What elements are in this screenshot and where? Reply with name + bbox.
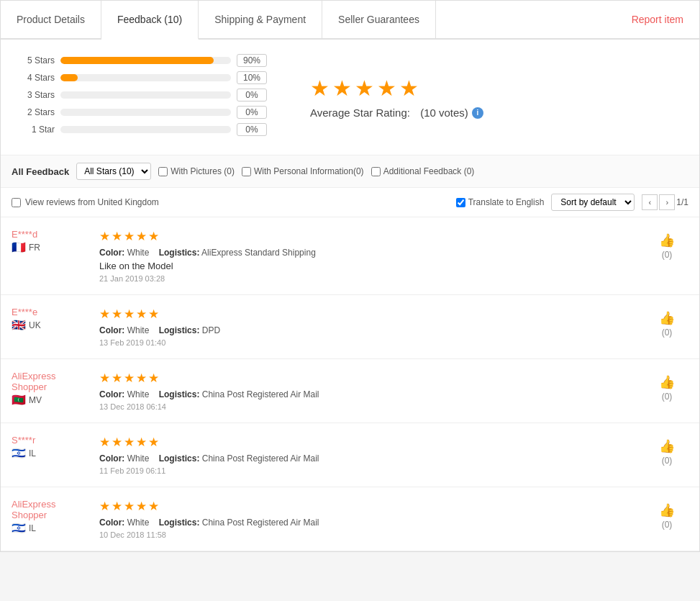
review-date: 10 Dec 2018 11:58 [99, 530, 637, 539]
thumbs-up-icon[interactable]: 👍 [659, 374, 675, 390]
country-row: 🇮🇱 IL [12, 523, 91, 533]
with-pictures-filter[interactable]: With Pictures (0) [158, 166, 235, 176]
review-content: ★★★★★ Color: White Logistics: DPD 13 Feb… [99, 307, 637, 347]
review-star: ★ [99, 371, 110, 386]
review-star: ★ [112, 435, 122, 450]
thumbs-up-icon[interactable]: 👍 [659, 502, 675, 518]
view-uk-checkbox[interactable] [12, 198, 21, 207]
logistics-value: AliExpress Standard Shipping [201, 248, 316, 258]
review-star: ★ [99, 435, 110, 450]
review-stars: ★★★★★ [99, 435, 637, 450]
prev-page-button[interactable]: ‹ [642, 194, 658, 210]
review-star: ★ [148, 371, 159, 386]
next-page-button[interactable]: › [659, 194, 675, 210]
thumbs-up-icon[interactable]: 👍 [659, 232, 675, 248]
like-area: 👍 (0) [645, 371, 688, 402]
flag-icon: 🇮🇱 [12, 523, 26, 533]
reviews-list: E****d 🇫🇷 FR ★★★★★ Color: White Logistic… [1, 217, 699, 551]
logistics-value: China Post Registered Air Mail [202, 389, 319, 399]
tab-product-details[interactable]: Product Details [1, 1, 101, 38]
country-code: IL [29, 523, 36, 533]
thumbs-up-icon[interactable]: 👍 [659, 310, 675, 326]
translate-checkbox[interactable] [456, 198, 465, 207]
star-label-4: 2 Stars [22, 107, 55, 117]
additional-filter[interactable]: Additional Feedback (0) [371, 166, 475, 176]
review-star: ★ [124, 229, 135, 244]
color-key: Color: [99, 518, 124, 528]
all-stars-select[interactable]: All Stars (10) [76, 163, 151, 180]
pct-badge-2: 10% [237, 71, 267, 84]
review-star: ★ [136, 307, 147, 322]
report-item-link[interactable]: Report item [616, 1, 699, 38]
country-row: 🇬🇧 UK [12, 320, 91, 330]
tab-shipping[interactable]: Shipping & Payment [199, 1, 322, 38]
rating-section: 5 Stars 90% 4 Stars 10% 3 Stars 0% 2 Sta… [1, 40, 699, 155]
star-row-1: 5 Stars 90% [22, 54, 267, 67]
tab-bar: Product Details Feedback (10) Shipping &… [1, 1, 699, 40]
big-star-4: ★ [377, 76, 396, 101]
review-row: E****e 🇬🇧 UK ★★★★★ Color: White Logistic… [1, 295, 699, 359]
view-row: View reviews from United Kingdom Transla… [1, 188, 699, 217]
with-personal-checkbox[interactable] [242, 167, 251, 176]
review-date: 13 Dec 2018 06:14 [99, 402, 637, 411]
review-content: ★★★★★ Color: White Logistics: China Post… [99, 499, 637, 539]
star-label-2: 4 Stars [22, 73, 55, 83]
like-count: (0) [662, 456, 673, 466]
review-star: ★ [124, 435, 135, 450]
bar-bg-2 [60, 74, 231, 81]
review-stars: ★★★★★ [99, 307, 637, 322]
reviewer-name[interactable]: AliExpress Shopper [12, 371, 91, 392]
reviewer-name[interactable]: E****d [12, 229, 91, 240]
reviewer-info: AliExpress Shopper 🇲🇻 MV [12, 371, 91, 405]
pct-badge-1: 90% [237, 54, 267, 67]
like-area: 👍 (0) [645, 499, 688, 530]
color-logistics: Color: White Logistics: China Post Regis… [99, 518, 637, 528]
pagination-btns: ‹ › 1/1 [642, 194, 688, 210]
star-label-3: 3 Stars [22, 90, 55, 100]
country-code: IL [29, 448, 36, 458]
review-star: ★ [99, 229, 110, 244]
pct-badge-3: 0% [237, 89, 267, 101]
with-pictures-checkbox[interactable] [158, 167, 168, 176]
country-row: 🇫🇷 FR [12, 243, 91, 253]
bar-fill-2 [60, 74, 78, 81]
review-row: AliExpress Shopper 🇲🇻 MV ★★★★★ Color: Wh… [1, 359, 699, 423]
color-key: Color: [99, 389, 124, 399]
big-stars: ★ ★ ★ ★ ★ [310, 76, 483, 101]
color-value: White [127, 453, 150, 464]
review-text: Like on the Model [99, 261, 637, 271]
color-key: Color: [99, 248, 124, 258]
translate-check[interactable]: Translate to English [456, 197, 545, 207]
color-logistics: Color: White Logistics: China Post Regis… [99, 389, 637, 399]
review-star: ★ [99, 307, 110, 322]
logistics-key: Logistics: [159, 518, 200, 528]
overall-rating: ★ ★ ★ ★ ★ Average Star Rating: (10 votes… [296, 54, 498, 140]
review-stars: ★★★★★ [99, 371, 637, 386]
country-row: 🇲🇻 MV [12, 395, 91, 405]
tab-seller[interactable]: Seller Guarantees [322, 1, 436, 38]
review-content: ★★★★★ Color: White Logistics: AliExpress… [99, 229, 637, 283]
reviewer-name[interactable]: S****r [12, 435, 91, 446]
like-count: (0) [662, 520, 673, 530]
tab-feedback[interactable]: Feedback (10) [101, 1, 199, 40]
logistics-value: China Post Registered Air Mail [202, 453, 319, 464]
star-row-4: 2 Stars 0% [22, 106, 267, 119]
bar-bg-1 [60, 57, 231, 64]
like-area: 👍 (0) [645, 307, 688, 338]
info-icon[interactable]: i [472, 107, 483, 119]
reviewer-name[interactable]: AliExpress Shopper [12, 499, 91, 520]
flag-icon: 🇫🇷 [12, 243, 26, 253]
reviewer-name[interactable]: E****e [12, 307, 91, 317]
sort-select[interactable]: Sort by default [551, 194, 635, 211]
with-personal-filter[interactable]: With Personal Information(0) [242, 166, 364, 176]
thumbs-up-icon[interactable]: 👍 [659, 438, 675, 454]
additional-checkbox[interactable] [371, 167, 381, 176]
review-row: AliExpress Shopper 🇮🇱 IL ★★★★★ Color: Wh… [1, 487, 699, 551]
country-code: UK [29, 320, 41, 330]
flag-icon: 🇲🇻 [12, 395, 26, 405]
reviewer-info: E****e 🇬🇧 UK [12, 307, 91, 330]
logistics-key: Logistics: [159, 389, 200, 399]
like-count: (0) [662, 327, 673, 338]
review-star: ★ [136, 499, 147, 514]
review-date: 11 Feb 2019 06:11 [99, 466, 637, 475]
